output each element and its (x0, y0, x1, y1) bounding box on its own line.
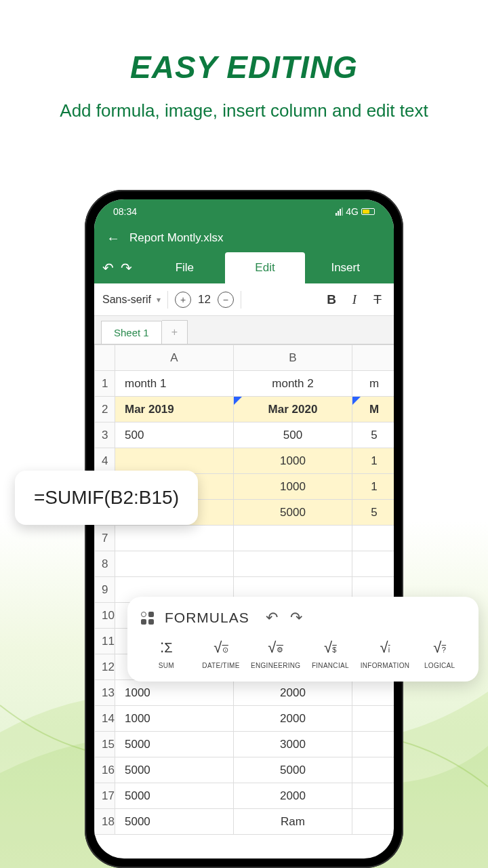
cell[interactable]: 500 (115, 422, 234, 448)
formulas-panel: FORMULAS ↶ ↷ ⁚ΣSUM√⊙DATE/TIME√⚙ENGINEERI… (127, 597, 479, 682)
row-header[interactable]: 4 (95, 448, 115, 474)
cell[interactable]: 1000 (234, 474, 352, 500)
sheet-tabs: Sheet 1 + (94, 316, 394, 344)
cell[interactable]: 2000 (234, 680, 352, 706)
formula-category-financial[interactable]: √$FINANCIAL (305, 639, 356, 669)
increase-font-button[interactable]: + (175, 292, 191, 308)
row-header[interactable]: 2 (95, 397, 115, 422)
cell[interactable]: month 1 (115, 371, 234, 397)
row-header[interactable]: 7 (95, 526, 115, 551)
row-header[interactable]: 13 (95, 680, 115, 706)
row-header[interactable]: 12 (95, 654, 115, 680)
formula-category-logical[interactable]: √?LOGICAL (414, 639, 465, 669)
chevron-down-icon: ▾ (157, 295, 161, 304)
cell[interactable] (352, 732, 394, 757)
cell[interactable]: 1 (352, 448, 394, 474)
formula-category-information[interactable]: √iINFORMATION (360, 639, 411, 669)
cell[interactable]: 1000 (115, 680, 234, 706)
undo-icon[interactable]: ↶ (102, 260, 114, 276)
font-select[interactable]: Sans-serif ▾ (102, 294, 161, 306)
cell[interactable]: 2000 (234, 783, 352, 809)
status-time: 08:34 (113, 206, 137, 217)
cell[interactable] (352, 706, 394, 732)
tab-edit[interactable]: Edit (225, 252, 306, 283)
row-header[interactable]: 18 (95, 809, 115, 835)
cell[interactable]: 5000 (234, 500, 352, 526)
formula-category-engineering[interactable]: √⚙ENGINEERING (250, 639, 301, 669)
tab-insert[interactable]: Insert (305, 252, 386, 283)
cell[interactable]: Mar 2020 (234, 397, 352, 422)
cell[interactable]: 5000 (115, 732, 234, 757)
italic-button[interactable]: I (346, 292, 363, 307)
cell[interactable]: Ram (234, 809, 352, 835)
back-icon[interactable]: ← (106, 231, 120, 246)
cell[interactable]: Mar 2019 (115, 397, 234, 422)
cell[interactable]: 5000 (115, 783, 234, 809)
cell[interactable]: 5000 (115, 809, 234, 835)
cell[interactable]: 1000 (115, 706, 234, 732)
cell[interactable] (234, 526, 352, 551)
formulas-undo-icon[interactable]: ↶ (266, 609, 278, 627)
engineering-icon: √⚙ (268, 639, 283, 656)
cell[interactable] (352, 551, 394, 577)
cell[interactable] (115, 448, 234, 474)
cell[interactable]: 5000 (115, 757, 234, 783)
row-header[interactable]: 15 (95, 732, 115, 757)
cell[interactable]: m (352, 371, 394, 397)
cell[interactable] (352, 809, 394, 835)
format-bar: Sans-serif ▾ + 12 − B I T (94, 283, 394, 316)
strikethrough-button[interactable]: T (369, 292, 386, 307)
sheet-tab-1[interactable]: Sheet 1 (101, 321, 162, 344)
cell[interactable] (352, 757, 394, 783)
row-header[interactable]: 14 (95, 706, 115, 732)
row-header[interactable]: 8 (95, 551, 115, 577)
cell[interactable] (352, 783, 394, 809)
spreadsheet[interactable]: A B 1month 1month 2m2Mar 2019Mar 2020M35… (94, 344, 394, 835)
cell[interactable]: 1000 (234, 448, 352, 474)
col-header-c[interactable] (352, 345, 394, 371)
formulas-redo-icon[interactable]: ↷ (290, 609, 302, 627)
cell[interactable]: 1 (352, 474, 394, 500)
datetime-icon: √⊙ (214, 639, 228, 656)
row-header[interactable]: 16 (95, 757, 115, 783)
row-header[interactable]: 1 (95, 371, 115, 397)
formula-category-sum[interactable]: ⁚ΣSUM (141, 639, 192, 669)
cell[interactable]: 500 (234, 422, 352, 448)
cell[interactable] (352, 680, 394, 706)
tab-bar: ↶ ↷ File Edit Insert (94, 252, 394, 283)
bold-button[interactable]: B (323, 292, 340, 307)
cell[interactable] (352, 526, 394, 551)
sum-icon: ⁚Σ (160, 639, 173, 656)
col-header-b[interactable]: B (234, 345, 352, 371)
formula-category-label: FINANCIAL (312, 662, 349, 669)
row-header[interactable]: 11 (95, 629, 115, 654)
formula-category-label: LOGICAL (424, 662, 455, 669)
redo-icon[interactable]: ↷ (121, 260, 132, 276)
row-header[interactable]: 10 (95, 603, 115, 629)
cell[interactable]: M (352, 397, 394, 422)
font-name: Sans-serif (102, 294, 151, 306)
add-sheet-button[interactable]: + (162, 320, 188, 344)
cell[interactable]: 2000 (234, 706, 352, 732)
formula-bar-callout[interactable]: =SUMIF(B2:B15) (15, 471, 198, 525)
grid-icon[interactable] (141, 612, 154, 625)
cell[interactable]: month 2 (234, 371, 352, 397)
cell[interactable]: 5000 (234, 757, 352, 783)
cell[interactable] (115, 526, 234, 551)
row-header[interactable]: 17 (95, 783, 115, 809)
row-header[interactable]: 9 (95, 577, 115, 603)
tab-file[interactable]: File (144, 252, 225, 283)
cell[interactable] (234, 551, 352, 577)
formula-category-datetime[interactable]: √⊙DATE/TIME (196, 639, 247, 669)
cell[interactable]: 5 (352, 500, 394, 526)
decrease-font-button[interactable]: − (218, 292, 234, 308)
row-header[interactable]: 3 (95, 422, 115, 448)
cell[interactable]: 5 (352, 422, 394, 448)
filename-label: Report Montly.xlsx (129, 231, 224, 245)
cell[interactable]: 3000 (234, 732, 352, 757)
network-label: 4G (346, 206, 359, 217)
cell[interactable] (115, 551, 234, 577)
formula-category-label: INFORMATION (361, 662, 410, 669)
col-header-a[interactable]: A (115, 345, 234, 371)
corner-cell[interactable] (95, 345, 115, 371)
